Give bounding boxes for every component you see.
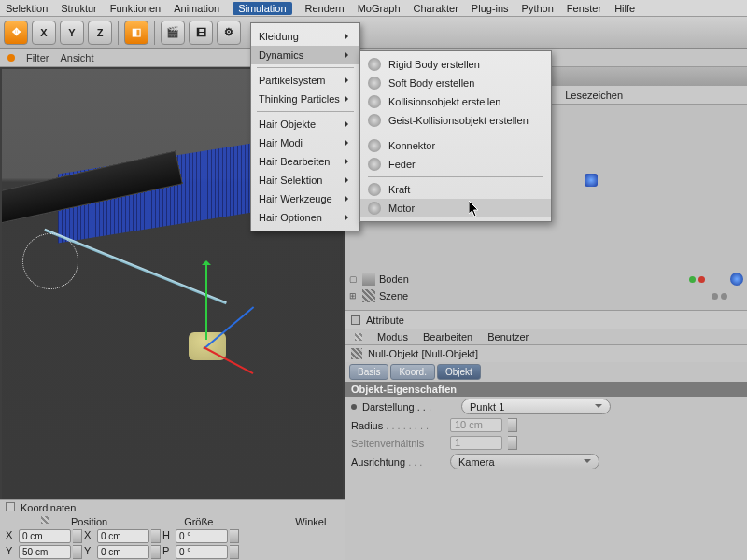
- menu-struktur[interactable]: Struktur: [61, 3, 97, 14]
- menuitem-hair-werkzeuge[interactable]: Hair Werkzeuge: [251, 189, 359, 208]
- menuitem-dynamics[interactable]: Dynamics: [251, 46, 359, 64]
- clapper-icon[interactable]: 🎬: [161, 21, 185, 45]
- expand-icon[interactable]: ⊞: [349, 291, 359, 301]
- spinner-icon[interactable]: [73, 545, 82, 559]
- menuitem-hair-objekte[interactable]: Hair Objekte: [251, 115, 359, 133]
- radius-field[interactable]: 10 cm: [450, 418, 502, 432]
- angle-h-field[interactable]: [176, 529, 228, 543]
- axis-y-button[interactable]: Y: [60, 21, 84, 45]
- menuitem-rigid-body[interactable]: Rigid Body erstellen: [360, 55, 551, 74]
- axis-label: Y: [6, 545, 17, 559]
- size-x-field[interactable]: [97, 529, 149, 543]
- col-lesezeichen[interactable]: Lesezeichen: [565, 90, 623, 101]
- orient-select[interactable]: Kamera: [450, 454, 599, 469]
- menu-fenster[interactable]: Fenster: [567, 3, 601, 14]
- submenu-arrow-icon: [345, 158, 352, 165]
- spinner-icon[interactable]: [508, 436, 517, 450]
- menu-funktionen[interactable]: Funktionen: [110, 3, 161, 14]
- null-object-icon: [351, 348, 362, 359]
- main-toolbar: ✥ X Y Z ◧ 🎬 🎞 ⚙: [0, 17, 747, 49]
- floor-icon: [362, 273, 375, 286]
- tab-basis[interactable]: Basis: [349, 364, 388, 380]
- attr-benutzer[interactable]: Benutzer: [487, 331, 529, 343]
- menu-plugins[interactable]: Plug-ins: [472, 3, 509, 14]
- menuitem-thinking-particles[interactable]: Thinking Particles: [251, 90, 359, 108]
- tree-item-label: Szene: [379, 290, 708, 301]
- submenu-arrow-icon: [345, 195, 352, 203]
- cube-primitive-icon[interactable]: ◧: [124, 21, 148, 45]
- menuitem-soft-body[interactable]: Soft Body erstellen: [360, 74, 551, 92]
- axis-z-button[interactable]: Z: [88, 21, 112, 45]
- spinner-icon[interactable]: [73, 529, 82, 543]
- dynamics-tag-icon[interactable]: [585, 174, 598, 187]
- submenu-arrow-icon: [345, 33, 352, 40]
- menu-selektion[interactable]: Selektion: [6, 3, 48, 14]
- menuitem-motor[interactable]: Motor: [360, 199, 551, 217]
- tree-row-szene[interactable]: ⊞ Szene: [345, 287, 747, 304]
- menu-rendern[interactable]: Rendern: [305, 3, 345, 14]
- darstellung-select[interactable]: Punkt 1: [461, 399, 611, 414]
- col-size: Größe: [184, 516, 213, 527]
- mouse-cursor-icon: [469, 201, 480, 217]
- render-icon[interactable]: 🎞: [189, 21, 213, 45]
- tree-item-label: Boden: [379, 273, 685, 285]
- submenu-arrow-icon: [345, 214, 352, 221]
- prop-radius: Radius . . . . . . . . 10 cm: [345, 416, 747, 434]
- tree-row-boden[interactable]: ▢ Boden: [345, 271, 747, 287]
- menuitem-kleidung[interactable]: Kleidung: [251, 27, 359, 46]
- menu-hilfe[interactable]: Hilfe: [614, 3, 635, 14]
- menuitem-hair-selektion[interactable]: Hair Selektion: [251, 171, 359, 189]
- pos-x-field[interactable]: [19, 529, 71, 543]
- tab-koord[interactable]: Koord.: [390, 364, 434, 380]
- menuitem-partikelsystem[interactable]: Partikelsystem: [251, 71, 359, 90]
- menu-charakter[interactable]: Charakter: [414, 3, 458, 14]
- prop-label: Ausrichtung . . .: [351, 456, 444, 468]
- view-label[interactable]: Ansicht: [60, 52, 93, 63]
- motor-icon: [368, 202, 381, 215]
- keyframe-dot-icon[interactable]: [351, 404, 357, 410]
- menuitem-kollisionsobjekt[interactable]: Kollisionsobjekt erstellen: [360, 92, 551, 111]
- menuitem-hair-modi[interactable]: Hair Modi: [251, 133, 359, 152]
- spinner-icon[interactable]: [230, 545, 239, 559]
- render-settings-icon[interactable]: ⚙: [217, 21, 241, 45]
- spring-icon: [368, 158, 381, 171]
- prop-label: Seitenverhältnis: [351, 438, 444, 449]
- menu-simulation-dropdown: Kleidung Dynamics Partikelsystem Thinkin…: [250, 22, 360, 231]
- spinner-icon[interactable]: [151, 545, 161, 559]
- attribute-header: Attribute: [345, 310, 747, 329]
- menuitem-geist-kollision[interactable]: Geist-Kollisionsobjekt erstellen: [360, 111, 551, 130]
- move-tool-icon[interactable]: ✥: [4, 21, 28, 45]
- attr-modus[interactable]: Modus: [377, 331, 408, 343]
- size-y-field[interactable]: [97, 545, 149, 559]
- null-icon: [362, 289, 375, 302]
- menuitem-konnektor[interactable]: Konnektor: [360, 136, 551, 155]
- axis-label: X: [84, 529, 95, 543]
- tag-icon[interactable]: [730, 273, 743, 286]
- menu-simulation[interactable]: Simulation: [233, 2, 291, 15]
- filter-dot-icon[interactable]: [7, 54, 15, 62]
- axis-x-button[interactable]: X: [32, 21, 56, 45]
- attr-bearbeiten[interactable]: Bearbeiten: [423, 331, 472, 343]
- grip-icon[interactable]: [355, 333, 362, 341]
- tab-objekt[interactable]: Objekt: [437, 364, 481, 380]
- panel-toggle-icon[interactable]: [6, 502, 15, 511]
- filter-label[interactable]: Filter: [26, 52, 49, 63]
- angle-p-field[interactable]: [176, 545, 228, 559]
- menuitem-hair-bearbeiten[interactable]: Hair Bearbeiten: [251, 152, 359, 171]
- section-objekt-eigenschaften: Objekt-Eigenschaften: [345, 382, 747, 397]
- spinner-icon[interactable]: [230, 529, 239, 543]
- chevron-down-icon: [584, 459, 591, 467]
- menu-mograph[interactable]: MoGraph: [358, 3, 401, 14]
- pos-y-field[interactable]: [19, 545, 71, 559]
- menu-python[interactable]: Python: [522, 3, 554, 14]
- menu-animation[interactable]: Animation: [174, 3, 219, 14]
- menuitem-kraft[interactable]: Kraft: [360, 180, 551, 199]
- aspect-field[interactable]: 1: [450, 436, 502, 450]
- menuitem-hair-optionen[interactable]: Hair Optionen: [251, 208, 359, 227]
- spinner-icon[interactable]: [151, 529, 161, 543]
- panel-toggle-icon[interactable]: [351, 315, 360, 325]
- spinner-icon[interactable]: [508, 418, 517, 432]
- expand-icon[interactable]: ▢: [349, 274, 359, 284]
- menuitem-feder[interactable]: Feder: [360, 155, 551, 174]
- menubar: Selektion Struktur Funktionen Animation …: [0, 0, 747, 17]
